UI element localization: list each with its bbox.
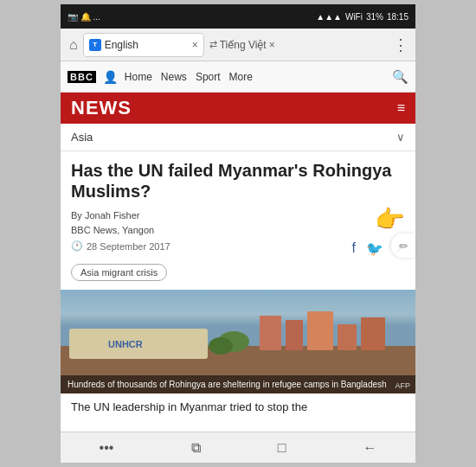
inactive-tab-close[interactable]: × bbox=[269, 39, 275, 51]
image-credit: AFP bbox=[395, 381, 410, 390]
browser-nav: BBC 👤 Home News Sport More 🔍 bbox=[61, 61, 415, 93]
article-title: Has the UN failed Myanmar's Rohingya Mus… bbox=[71, 160, 405, 202]
svg-rect-6 bbox=[307, 311, 333, 350]
svg-point-10 bbox=[209, 337, 233, 355]
active-tab-label: English bbox=[105, 39, 189, 51]
tab-menu-button[interactable]: ⋮ bbox=[389, 35, 412, 54]
article-tag[interactable]: Asia migrant crisis bbox=[71, 264, 167, 281]
edit-fab-button[interactable]: ✏ bbox=[391, 234, 415, 258]
notification-icons: 📷 🔔 ... bbox=[68, 12, 100, 22]
image-caption: Hundreds of thousands of Rohingya are sh… bbox=[61, 375, 415, 393]
svg-text:UNHCR: UNHCR bbox=[108, 339, 143, 349]
tab-favicon: T bbox=[89, 39, 101, 51]
time-display: 18:15 bbox=[387, 12, 408, 22]
dateline: 🕐 28 September 2017 bbox=[71, 240, 170, 252]
social-row: 🕐 28 September 2017 f 🐦 ↗ bbox=[71, 240, 405, 257]
byline-name: By Jonah Fisher bbox=[71, 208, 154, 223]
home-button[interactable]: ⌂ bbox=[64, 37, 83, 53]
bbc-logo-text: BBC bbox=[68, 71, 96, 83]
article-snippet: The UN leadership in Myanmar tried to st… bbox=[71, 400, 405, 413]
breadcrumb-arrow: ∨ bbox=[396, 131, 405, 144]
article-date: 28 September 2017 bbox=[87, 241, 170, 252]
bottom-back-button[interactable]: ← bbox=[354, 437, 385, 459]
pointing-hand-icon: 👉 bbox=[375, 205, 405, 234]
status-right: ▲▲▲ WiFi 31% 18:15 bbox=[316, 12, 408, 22]
byline: By Jonah Fisher BBC News, Yangon bbox=[71, 208, 154, 237]
news-header: NEWS ≡ bbox=[61, 93, 415, 124]
article-inner: Has the UN failed Myanmar's Rohingya Mus… bbox=[71, 160, 405, 413]
nav-news[interactable]: News bbox=[161, 71, 187, 83]
tab-bar: ⌂ T English × ⇄ Tiếng Việt × ⋮ bbox=[61, 29, 415, 61]
svg-rect-5 bbox=[286, 320, 303, 350]
article-body: Has the UN failed Myanmar's Rohingya Mus… bbox=[61, 151, 415, 432]
bbc-logo: BBC bbox=[68, 71, 96, 83]
svg-rect-4 bbox=[260, 316, 281, 350]
clock-icon: 🕐 bbox=[71, 240, 83, 252]
active-tab-close[interactable]: × bbox=[192, 39, 198, 51]
battery-level: 31% bbox=[366, 12, 383, 22]
status-left: 📷 🔔 ... bbox=[68, 12, 100, 22]
breadcrumb-text: Asia bbox=[71, 131, 396, 144]
signal-icon: ▲▲▲ bbox=[316, 12, 342, 22]
bottom-home-button[interactable]: □ bbox=[269, 437, 295, 459]
bottom-menu-button[interactable]: ••• bbox=[91, 437, 123, 459]
nav-home[interactable]: Home bbox=[125, 71, 152, 83]
svg-rect-8 bbox=[361, 317, 385, 350]
nav-sport[interactable]: Sport bbox=[196, 71, 221, 83]
svg-rect-7 bbox=[338, 324, 357, 350]
byline-org: BBC News, Yangon bbox=[71, 223, 154, 238]
bottom-tab-button[interactable]: ⧉ bbox=[183, 437, 209, 459]
active-tab[interactable]: T English × bbox=[83, 33, 204, 57]
search-icon[interactable]: 🔍 bbox=[392, 69, 408, 85]
inactive-tab-label: Tiếng Việt bbox=[220, 39, 267, 51]
bottom-nav: ••• ⧉ □ ← bbox=[61, 432, 415, 463]
news-menu-icon[interactable]: ≡ bbox=[397, 100, 405, 116]
breadcrumb-bar[interactable]: Asia ∨ bbox=[61, 124, 415, 151]
status-bar: 📷 🔔 ... ▲▲▲ WiFi 31% 18:15 bbox=[61, 4, 415, 29]
image-caption-text: Hundreds of thousands of Rohingya are sh… bbox=[68, 380, 387, 389]
byline-section: By Jonah Fisher BBC News, Yangon 👉 bbox=[71, 208, 405, 237]
nav-more[interactable]: More bbox=[229, 71, 253, 83]
article-image: UNHCR Hundreds of thousands of Rohingya … bbox=[61, 290, 415, 393]
nav-links: Home News Sport More bbox=[125, 71, 253, 83]
tab-transfer-icon: ⇄ bbox=[209, 39, 217, 50]
twitter-icon[interactable]: 🐦 bbox=[366, 240, 383, 257]
wifi-icon: WiFi bbox=[345, 12, 363, 22]
inactive-tab[interactable]: ⇄ Tiếng Việt × bbox=[204, 33, 280, 57]
news-title: NEWS bbox=[71, 97, 397, 119]
profile-icon[interactable]: 👤 bbox=[103, 70, 118, 84]
facebook-icon[interactable]: f bbox=[352, 240, 356, 257]
